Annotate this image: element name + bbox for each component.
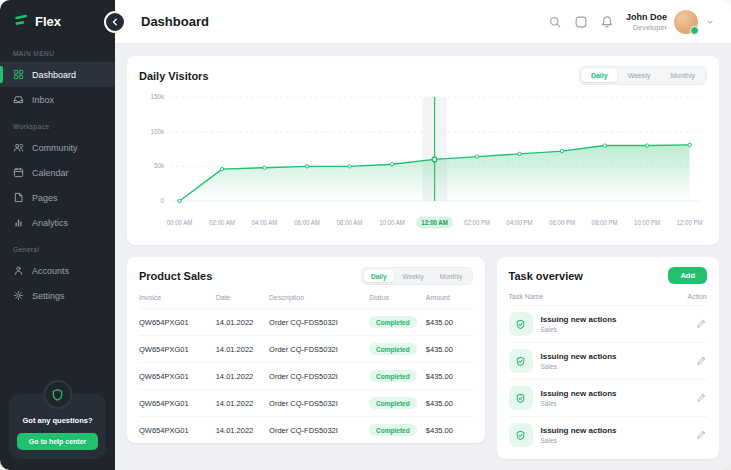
column-header: Date [216, 294, 269, 301]
cell-description: Order CQ-FDS5032I [269, 399, 369, 408]
accounts-icon [13, 265, 24, 276]
cell-status: Completed [369, 424, 426, 436]
chevron-down-icon[interactable] [705, 17, 715, 27]
edit-icon[interactable] [696, 315, 707, 333]
header-actions: John Doe Developer [548, 10, 715, 34]
svg-text:50k: 50k [154, 162, 165, 169]
daily-visitors-chart: 050k100k150k00:00 AM02:00 AM04:00 AM06:0… [139, 89, 707, 241]
cell-amount: $435.00 [426, 372, 473, 381]
svg-text:10:00 PM: 10:00 PM [634, 219, 660, 226]
period-tab-button[interactable]: Monthly [433, 270, 470, 282]
sidebar-item-dashboard[interactable]: Dashboard [0, 62, 115, 87]
search-icon[interactable] [548, 15, 562, 29]
task-shield-icon [509, 349, 533, 373]
period-tab-button[interactable]: Monthly [661, 69, 704, 82]
table-row: QW654PXG01 14.01.2022 Order CQ-FDS5032I … [139, 389, 473, 416]
status-badge: Completed [369, 316, 417, 328]
cell-description: Order CQ-FDS5032I [269, 345, 369, 354]
cell-amount: $435.00 [426, 318, 473, 327]
svg-text:00:00 AM: 00:00 AM [167, 219, 193, 226]
period-tab-button[interactable]: Daily [582, 69, 617, 82]
user-info: John Doe Developer [626, 12, 667, 32]
svg-text:04:00 AM: 04:00 AM [252, 219, 278, 226]
top-bar: Dashboard John Doe Developer [115, 0, 731, 44]
edit-icon[interactable] [696, 352, 707, 370]
status-badge: Completed [369, 370, 417, 382]
bell-icon[interactable] [600, 15, 614, 29]
cell-description: Order CQ-FDS5032I [269, 318, 369, 327]
svg-text:06:00 AM: 06:00 AM [294, 219, 320, 226]
avatar[interactable] [674, 10, 698, 34]
brand-logo: Flex [0, 0, 115, 39]
flex-logo-icon [13, 13, 29, 29]
list-item: Issuing new actions Sales [509, 416, 708, 453]
product-sales-title: Product Sales [139, 270, 212, 282]
user-role: Developer [626, 23, 667, 32]
app-window: Flex MAIN MENU Dashboard Inbox Workspace… [0, 0, 731, 470]
period-tab-button[interactable]: Weekly [396, 270, 431, 282]
sidebar-item-label: Inbox [32, 95, 54, 105]
sidebar-item-pages[interactable]: Pages [0, 185, 115, 210]
cell-invoice: QW654PXG01 [139, 372, 216, 381]
add-task-button[interactable]: Add [668, 267, 707, 284]
svg-text:08:00 AM: 08:00 AM [337, 219, 363, 226]
column-header: Amount [426, 294, 473, 301]
cell-date: 14.01.2022 [216, 318, 269, 327]
svg-text:04:00 PM: 04:00 PM [507, 219, 533, 226]
user-name: John Doe [626, 12, 667, 22]
list-item: Issuing new actions Sales [509, 305, 708, 342]
cell-date: 14.01.2022 [216, 372, 269, 381]
cell-date: 14.01.2022 [216, 426, 269, 435]
table-row: QW654PXG01 14.01.2022 Order CQ-FDS5032I … [139, 416, 473, 443]
cell-amount: $435.00 [426, 345, 473, 354]
column-task-name: Task Name [509, 293, 544, 300]
sidebar-item-settings[interactable]: Settings [0, 283, 115, 308]
edit-icon[interactable] [696, 389, 707, 407]
help-center-button[interactable]: Go to help center [17, 433, 98, 450]
task-shield-icon [509, 386, 533, 410]
task-list-header: Task Name Action [509, 284, 708, 305]
cell-description: Order CQ-FDS5032I [269, 426, 369, 435]
table-row: QW654PXG01 14.01.2022 Order CQ-FDS5032I … [139, 308, 473, 335]
cell-invoice: QW654PXG01 [139, 399, 216, 408]
period-tab-button[interactable]: Daily [364, 270, 394, 282]
collapse-sidebar-button[interactable] [104, 11, 126, 33]
user-menu[interactable]: John Doe Developer [626, 10, 715, 34]
sidebar-item-accounts[interactable]: Accounts [0, 258, 115, 283]
period-tab-button[interactable]: Weekly [619, 69, 660, 82]
section-label-workspace: Workspace [0, 112, 115, 135]
task-text: Issuing new actions Sales [541, 389, 617, 407]
cell-date: 14.01.2022 [216, 399, 269, 408]
apps-icon[interactable] [574, 15, 588, 29]
dashboard-icon [13, 69, 24, 80]
status-badge: Completed [369, 397, 417, 409]
sidebar-item-inbox[interactable]: Inbox [0, 87, 115, 112]
cell-description: Order CQ-FDS5032I [269, 372, 369, 381]
help-question: Got any questions? [17, 416, 98, 425]
column-header: Invoice [139, 294, 216, 301]
section-label-general: General [0, 235, 115, 258]
cell-invoice: QW654PXG01 [139, 318, 216, 327]
sidebar-item-calendar[interactable]: Calendar [0, 160, 115, 185]
sidebar-item-community[interactable]: Community [0, 135, 115, 160]
inbox-icon [13, 94, 24, 105]
task-shield-icon [509, 312, 533, 336]
edit-icon[interactable] [696, 426, 707, 444]
task-subtitle: Sales [541, 363, 617, 370]
sales-table-header: InvoiceDateDescriptionStatusAmount [139, 285, 473, 308]
column-action: Action [688, 293, 707, 300]
sidebar-item-label: Dashboard [32, 70, 76, 80]
community-icon [13, 142, 24, 153]
task-subtitle: Sales [541, 437, 617, 444]
list-item: Issuing new actions Sales [509, 379, 708, 416]
svg-text:12:00 AM: 12:00 AM [421, 219, 447, 226]
cell-amount: $435.00 [426, 426, 473, 435]
pages-icon [13, 192, 24, 203]
product-sales-card: Product Sales DailyWeeklyMonthly Invoice… [127, 257, 485, 443]
page-title: Dashboard [141, 14, 209, 29]
task-text: Issuing new actions Sales [541, 352, 617, 370]
sidebar-item-analytics[interactable]: Analytics [0, 210, 115, 235]
sidebar-item-label: Calendar [32, 168, 69, 178]
task-subtitle: Sales [541, 326, 617, 333]
task-title: Issuing new actions [541, 352, 617, 361]
